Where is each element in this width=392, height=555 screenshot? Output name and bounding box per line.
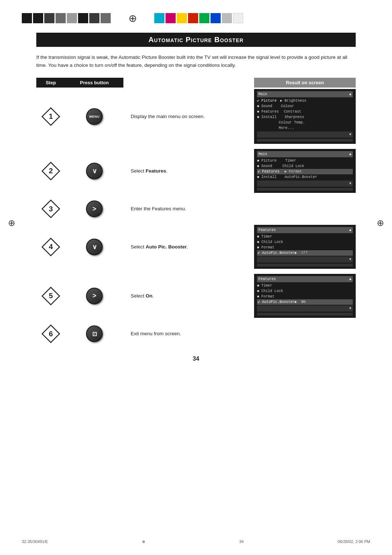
color-bar-right bbox=[154, 13, 243, 23]
step-4-screen: Features ▲ ■ Timer ■ Child Lock ■ Format… bbox=[254, 225, 356, 269]
swatch-red bbox=[188, 13, 198, 23]
step-row-3: 3 > Enter the Features menu. bbox=[36, 198, 356, 220]
step-1-screen: Main ▲ ✔ Picture▶ Brightness ■ SoundColo… bbox=[254, 89, 356, 144]
step-table-header: Step Press button Result on screen bbox=[36, 78, 356, 88]
step-2-diamond: 2 bbox=[36, 162, 65, 181]
menu-button: MENU bbox=[86, 108, 103, 125]
step-6-desc: Exit menu from screen. bbox=[123, 330, 254, 337]
step-row-6: 6 ⊡ Exit menu from screen. bbox=[36, 323, 356, 345]
header-press: Press button bbox=[65, 78, 123, 88]
step-6-btn: ⊡ bbox=[65, 325, 123, 342]
left-margin-crosshair: ⊕ bbox=[8, 218, 15, 228]
down-button: ∨ bbox=[86, 163, 103, 179]
swatch-6 bbox=[78, 13, 88, 23]
step-3-num: 3 bbox=[49, 205, 53, 213]
step-row-1: 1 MENU Display the main menu on screen. … bbox=[36, 89, 356, 144]
step-5-diamond: 5 bbox=[36, 287, 65, 305]
step-5-screen: Features ▲ ■ Timer ■ Child Lock ■ Format… bbox=[254, 274, 356, 318]
step-5-num: 5 bbox=[49, 292, 53, 300]
step-2-screen: Main ▲ ■ PictureTimer ■ SoundChild Lock … bbox=[254, 149, 356, 193]
footer-center: 34 bbox=[239, 539, 244, 544]
swatch-white bbox=[233, 13, 243, 23]
step-2-desc: Select Features. bbox=[123, 167, 254, 175]
footer-left: 32-35/30491/E bbox=[22, 539, 48, 544]
step-4-desc: Select Auto Pic. Booster. bbox=[123, 243, 254, 251]
top-crosshair: ⊕ bbox=[125, 11, 140, 25]
color-bar-left bbox=[22, 13, 111, 23]
step-5-btn: > bbox=[65, 288, 123, 304]
exit-button: ⊡ bbox=[86, 325, 103, 342]
down-button-4: ∨ bbox=[86, 239, 103, 255]
right-button-5: > bbox=[86, 288, 103, 304]
step-3-btn: > bbox=[65, 200, 123, 217]
step-4-num: 4 bbox=[49, 243, 53, 251]
right-button-3: > bbox=[86, 200, 103, 217]
footer-right: 06/28/02, 2:06 PM bbox=[338, 539, 370, 544]
step-6-num: 6 bbox=[49, 330, 53, 338]
step-4-diamond: 4 bbox=[36, 238, 65, 256]
header-step: Step bbox=[36, 78, 65, 88]
swatch-blue bbox=[211, 13, 221, 23]
intro-text: If the transmission signal is weak, the … bbox=[36, 53, 356, 69]
step-2-num: 2 bbox=[49, 167, 53, 175]
swatch-4 bbox=[56, 13, 66, 23]
page-title: Automatic Picture Booster bbox=[44, 36, 348, 44]
swatch-1 bbox=[22, 13, 32, 23]
swatch-green bbox=[199, 13, 209, 23]
swatch-magenta bbox=[166, 13, 176, 23]
step-2-btn: ∨ bbox=[65, 163, 123, 179]
swatch-silver bbox=[222, 13, 232, 23]
top-bar-area: ⊕ bbox=[0, 0, 392, 29]
swatch-7 bbox=[89, 13, 99, 23]
swatch-yellow bbox=[177, 13, 187, 23]
page-number: 34 bbox=[36, 356, 356, 362]
step-4-btn: ∨ bbox=[65, 239, 123, 255]
step-6-diamond: 6 bbox=[36, 324, 65, 343]
swatch-8 bbox=[101, 13, 111, 23]
step-rows: 1 MENU Display the main menu on screen. … bbox=[36, 89, 356, 345]
step-1-num: 1 bbox=[49, 112, 53, 121]
swatch-cyan bbox=[154, 13, 164, 23]
step-3-diamond: 3 bbox=[36, 199, 65, 218]
right-margin-crosshair: ⊕ bbox=[377, 218, 384, 228]
page-content: Automatic Picture Booster If the transmi… bbox=[0, 29, 392, 388]
step-1-desc: Display the main menu on screen. bbox=[123, 113, 254, 120]
swatch-5 bbox=[67, 13, 77, 23]
swatch-2 bbox=[33, 13, 43, 23]
bottom-footer: 32-35/30491/E ⊕ 34 06/28/02, 2:06 PM bbox=[0, 536, 392, 548]
footer-crosshair: ⊕ bbox=[142, 539, 145, 544]
step-1-btn: MENU bbox=[65, 108, 123, 125]
step-3-desc: Enter the Features menu. bbox=[123, 205, 254, 212]
swatch-3 bbox=[44, 13, 54, 23]
header-result: Result on screen bbox=[254, 78, 356, 88]
page-title-box: Automatic Picture Booster bbox=[36, 33, 356, 47]
step-row-4: 4 ∨ Select Auto Pic. Booster. Features ▲… bbox=[36, 225, 356, 269]
step-5-desc: Select On. bbox=[123, 292, 254, 300]
step-row-5: 5 > Select On. Features ▲ ■ Timer ■ Chil… bbox=[36, 274, 356, 318]
step-1-diamond: 1 bbox=[36, 107, 65, 126]
step-row-2: 2 ∨ Select Features. Main ▲ ■ PictureTim… bbox=[36, 149, 356, 193]
